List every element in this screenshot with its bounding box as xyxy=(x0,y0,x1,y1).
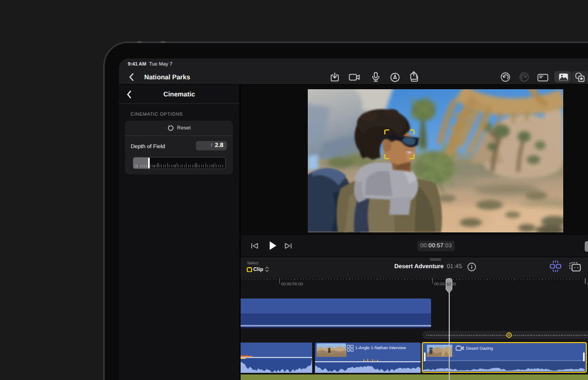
svg-text:Desert Gazing: Desert Gazing xyxy=(466,346,493,351)
svg-text:1-Angle 1-Nathan Interview: 1-Angle 1-Nathan Interview xyxy=(355,345,406,350)
svg-text:57: 57 xyxy=(447,281,451,286)
